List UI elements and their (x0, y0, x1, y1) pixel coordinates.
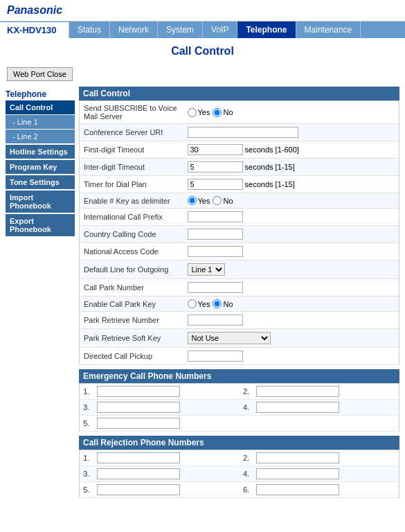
value-subscribe: Yes No (183, 101, 399, 124)
input-intl-prefix[interactable] (188, 211, 243, 222)
emergency-input-5[interactable] (97, 418, 180, 429)
rejection-row-5-6: 5. 6. (80, 482, 399, 498)
label-national-access: National Access Code (80, 243, 183, 260)
sidebar-item-program-key[interactable]: Program Key (6, 160, 75, 174)
radio-hash-no[interactable]: No (213, 196, 233, 205)
emergency-input-3[interactable] (97, 402, 180, 413)
row-inter-digit-timeout: Inter-digit Timeout seconds [1-15] (80, 159, 399, 176)
input-park-retrieve-number[interactable] (188, 314, 243, 326)
model-label: KX-HDV130 (0, 22, 69, 38)
radio-park-yes[interactable]: Yes (188, 299, 210, 308)
rejection-input-6-cell (253, 482, 399, 498)
call-control-form: Send SUBSCRIBE to Voice Mail Server Yes … (79, 100, 399, 365)
row-subscribe: Send SUBSCRIBE to Voice Mail Server Yes … (80, 101, 399, 124)
value-conference-uri (183, 124, 399, 141)
row-default-line: Default Line for Outgoing Line 1 Line 2 (80, 260, 399, 279)
rejection-input-4-cell (253, 466, 399, 482)
value-hash-key: Yes No (183, 193, 399, 209)
rejection-input-3[interactable] (97, 468, 180, 479)
input-inter-digit-timeout[interactable] (188, 161, 243, 172)
header: Panasonic (0, 0, 405, 21)
row-timer-dial-plan: Timer for Dial Plan seconds [1-15] (80, 176, 399, 193)
sidebar-item-hotline[interactable]: Hotline Settings (6, 145, 75, 159)
value-country-code (183, 226, 399, 243)
value-first-digit-timeout: seconds [1-600] (183, 141, 399, 159)
tab-maintenance[interactable]: Maintenance (296, 21, 361, 38)
radio-park-no-input[interactable] (213, 299, 222, 308)
radio-subscribe-yes-input[interactable] (188, 108, 197, 117)
rejection-input-6[interactable] (256, 484, 339, 495)
label-conference-uri: Conference Server URI (80, 124, 183, 141)
emergency-input-5-cell (93, 416, 399, 432)
label-directed-call-pickup: Directed Call Pickup (80, 348, 183, 365)
rejection-input-5[interactable] (97, 484, 180, 495)
rejection-label-1: 1. (80, 450, 93, 466)
input-timer-dial-plan[interactable] (188, 179, 243, 190)
rejection-row-1-2: 1. 2. (80, 450, 399, 466)
top-action-area: Web Port Close (0, 64, 405, 87)
radio-subscribe-no-input[interactable] (213, 108, 222, 117)
emergency-input-2[interactable] (256, 386, 339, 397)
sidebar-item-line2[interactable]: - Line 2 (6, 130, 75, 143)
label-park-retrieve-soft-key: Park Retrieve Soft Key (80, 329, 183, 348)
emergency-input-4[interactable] (256, 402, 339, 413)
sidebar-item-import-phonebook[interactable]: Import Phonebook (6, 190, 75, 213)
rejection-label-2: 2. (239, 450, 253, 466)
tab-status[interactable]: Status (69, 21, 110, 38)
radio-hash-yes-input[interactable] (188, 196, 197, 205)
rejection-input-1-cell (93, 450, 240, 466)
sidebar-item-tone-settings[interactable]: Tone Settings (6, 175, 75, 189)
value-directed-call-pickup (183, 348, 399, 365)
label-country-code: Country Calling Code (80, 226, 183, 243)
tab-system[interactable]: System (158, 21, 203, 38)
input-country-code[interactable] (188, 229, 243, 240)
rejection-input-2-cell (253, 450, 399, 466)
value-call-park-number (183, 279, 399, 296)
main-layout: Telephone Call Control - Line 1 - Line 2… (0, 87, 405, 504)
radio-call-park-key: Yes No (188, 299, 395, 308)
rejection-input-2[interactable] (256, 452, 339, 463)
radio-hash-yes[interactable]: Yes (188, 196, 210, 205)
rejection-label-3: 3. (80, 466, 93, 482)
tab-voip[interactable]: VoIP (203, 21, 237, 38)
sidebar-item-call-control[interactable]: Call Control (6, 100, 75, 114)
sidebar-item-export-phonebook[interactable]: Export Phonebook (6, 214, 75, 236)
radio-subscribe-no[interactable]: No (213, 108, 233, 117)
rejection-input-1[interactable] (97, 452, 180, 463)
emergency-input-1-cell (93, 384, 240, 400)
input-directed-call-pickup[interactable] (188, 351, 243, 362)
sidebar: Telephone Call Control - Line 1 - Line 2… (6, 87, 75, 498)
row-park-retrieve-soft-key: Park Retrieve Soft Key Not Use Use (80, 329, 399, 348)
input-national-access[interactable] (188, 246, 243, 257)
radio-subscribe-yes[interactable]: Yes (188, 108, 210, 117)
web-port-close-button[interactable]: Web Port Close (7, 67, 73, 81)
input-first-digit-timeout[interactable] (188, 144, 243, 155)
value-park-retrieve-number (183, 312, 399, 329)
value-inter-digit-timeout: seconds [1-15] (183, 159, 399, 176)
tab-network[interactable]: Network (110, 21, 158, 38)
emergency-input-1[interactable] (97, 386, 180, 397)
value-park-retrieve-soft-key: Not Use Use (183, 329, 399, 348)
label-inter-digit-timeout: Inter-digit Timeout (80, 159, 183, 176)
tab-telephone[interactable]: Telephone (237, 21, 296, 38)
row-directed-call-pickup: Directed Call Pickup (80, 348, 399, 365)
radio-park-yes-input[interactable] (188, 299, 197, 308)
label-call-park-key: Enable Call Park Key (80, 296, 183, 312)
sidebar-item-line1[interactable]: - Line 1 (6, 115, 75, 129)
label-default-line: Default Line for Outgoing (80, 260, 183, 279)
rejection-input-4[interactable] (256, 468, 339, 479)
row-hash-key: Enable # Key as delimiter Yes No (80, 193, 399, 209)
rejection-row-3-4: 3. 4. (80, 466, 399, 482)
input-conference-uri[interactable] (188, 127, 298, 138)
input-call-park-number[interactable] (188, 282, 243, 293)
select-default-line[interactable]: Line 1 Line 2 (188, 263, 225, 276)
rejection-label-5: 5. (80, 482, 93, 498)
value-timer-dial-plan: seconds [1-15] (183, 176, 399, 193)
radio-hash-no-input[interactable] (213, 196, 222, 205)
radio-park-no[interactable]: No (213, 299, 233, 308)
value-call-park-key: Yes No (183, 296, 399, 312)
row-country-code: Country Calling Code (80, 226, 399, 243)
select-park-retrieve-soft-key[interactable]: Not Use Use (188, 332, 271, 344)
suffix-timer-dial-plan: seconds [1-15] (245, 180, 295, 188)
rejection-input-3-cell (93, 466, 240, 482)
